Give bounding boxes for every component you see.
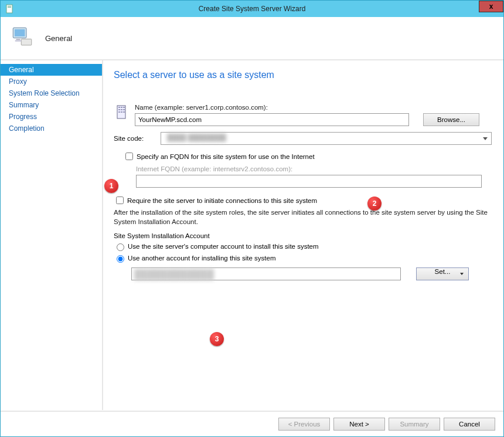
sidebar-item-system-role[interactable]: System Role Selection (1, 87, 102, 99)
internet-fqdn-label: Internet FQDN (example: internetsrv2.con… (136, 165, 492, 172)
internet-fqdn-input (136, 175, 482, 188)
radio-server-account[interactable] (117, 243, 124, 251)
annotation-2: 2 (367, 197, 382, 211)
sidebar-item-proxy[interactable]: Proxy (1, 76, 102, 87)
fqdn-checkbox-label: Specify an FQDN for this site system for… (137, 153, 315, 160)
sidebar-item-summary[interactable]: Summary (1, 99, 102, 111)
annotation-1: 1 (104, 179, 118, 193)
header-title: General (45, 34, 72, 43)
svg-rect-11 (123, 107, 125, 108)
page-heading: Select a server to use as a site system (114, 70, 492, 80)
svg-rect-5 (21, 39, 32, 46)
summary-button: Summary (389, 418, 440, 431)
header: General (1, 17, 503, 60)
name-label: Name (example: server1.corp.contoso.com)… (135, 104, 492, 111)
sidebar-item-general[interactable]: General (1, 64, 102, 76)
svg-rect-14 (123, 109, 125, 110)
account-section-label: Site System Installation Account (114, 232, 492, 239)
fqdn-checkbox[interactable] (125, 153, 133, 160)
footer: < Previous Next > Summary Cancel (1, 411, 503, 436)
svg-rect-12 (118, 109, 120, 110)
window-title: Create Site System Server Wizard (1, 5, 503, 13)
svg-rect-6 (16, 39, 21, 40)
require-initiate-label: Require the site server to initiate conn… (127, 197, 317, 204)
radio-other-account-label: Use another account for installing this … (128, 255, 275, 262)
set-button[interactable]: Set... (416, 267, 469, 280)
content: Select a server to use as a site system … (103, 60, 503, 410)
sitecode-dropdown[interactable]: ████ ████████ (161, 132, 492, 145)
svg-rect-13 (121, 109, 122, 110)
close-button[interactable]: x (479, 1, 503, 12)
account-value-blurred: ████████████ (134, 269, 222, 279)
radio-other-account[interactable] (117, 255, 124, 263)
svg-rect-10 (121, 107, 122, 108)
svg-rect-7 (15, 40, 22, 42)
body: General Proxy System Role Selection Summ… (1, 60, 503, 410)
computer-icon (10, 25, 35, 52)
wizard-window: Create Site System Server Wizard x Gener… (0, 0, 504, 437)
svg-rect-2 (8, 7, 11, 8)
account-input[interactable]: ████████████ (131, 267, 401, 280)
next-button[interactable]: Next > (333, 418, 385, 431)
previous-button: < Previous (278, 418, 330, 431)
sidebar-item-progress[interactable]: Progress (1, 111, 102, 123)
require-initiate-checkbox[interactable] (116, 197, 124, 204)
svg-rect-1 (8, 6, 11, 6)
app-icon (5, 4, 15, 13)
info-text: After the installation of the site syste… (114, 208, 492, 226)
browse-button[interactable]: Browse... (423, 113, 479, 126)
svg-rect-17 (123, 111, 125, 113)
name-input[interactable] (135, 113, 409, 126)
svg-rect-15 (118, 111, 120, 113)
svg-rect-9 (118, 107, 120, 108)
sitecode-label: Site code: (114, 135, 161, 142)
sidebar-item-completion[interactable]: Completion (1, 123, 102, 134)
annotation-3: 3 (210, 332, 224, 346)
sitecode-value-blurred: ████ ████████ (167, 134, 261, 143)
server-icon (114, 104, 130, 120)
cancel-button[interactable]: Cancel (444, 418, 495, 431)
radio-server-account-label: Use the site server's computer account t… (128, 243, 319, 250)
svg-rect-16 (121, 111, 122, 113)
titlebar: Create Site System Server Wizard x (1, 1, 503, 17)
sidebar: General Proxy System Role Selection Summ… (1, 60, 103, 410)
svg-rect-4 (15, 29, 25, 36)
